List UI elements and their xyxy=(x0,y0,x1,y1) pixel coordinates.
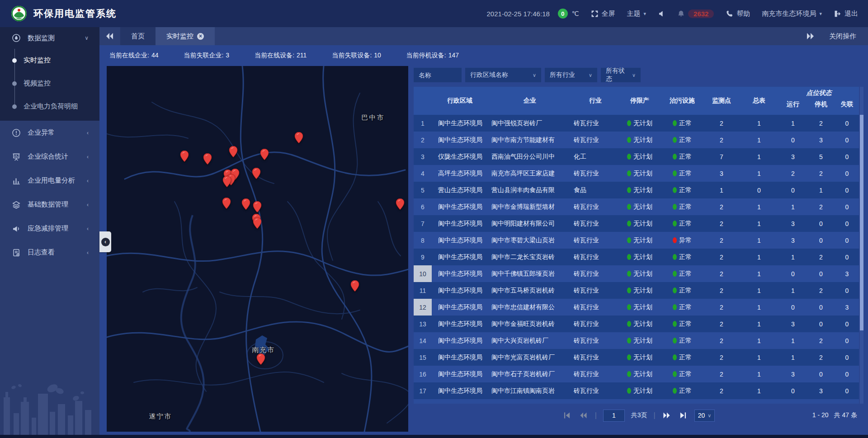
cell-monitor-points: 2 xyxy=(704,198,739,215)
sidebar-collapse-handle[interactable]: ‹ xyxy=(99,231,111,252)
cell-company: 阆中市南方节能建材有 xyxy=(488,132,572,148)
table-row[interactable]: 16阆中生态环境局阆中市石子页岩机砖厂砖瓦行业无计划正常21300 xyxy=(414,366,859,382)
table-row[interactable]: 17阆中生态环境局阆中市江南镇阆南页岩砖瓦行业无计划正常21030 xyxy=(414,382,859,399)
table-row[interactable]: 10阆中生态环境局阆中千佛镇五郎垭页岩砖瓦行业无计划正常21003 xyxy=(414,265,859,282)
next-page-button[interactable] xyxy=(662,411,672,419)
sidebar-item-data-monitoring[interactable]: 数据监测∨ xyxy=(0,27,99,49)
stat-value: 10 xyxy=(374,52,381,60)
table-row[interactable]: 11阆中生态环境局阆中市五马桥页岩机砖砖瓦行业无计划正常21120 xyxy=(414,282,859,299)
cell-running: 1 xyxy=(779,332,807,349)
sidebar: 数据监测∨实时监控视频监控企业电力负荷明细企业异常‹企业综合统计‹企业用电量分析… xyxy=(0,27,99,438)
map-pin-icon[interactable] xyxy=(203,153,212,165)
cell-monitor-points: 2 xyxy=(704,265,739,282)
map-pin-icon[interactable] xyxy=(253,217,261,229)
cell-total-meters: 1 xyxy=(739,382,779,399)
last-page-icon xyxy=(679,412,686,419)
chevron-left-icon: ‹ xyxy=(87,202,89,208)
map-pin-icon[interactable] xyxy=(252,168,260,179)
notifications-button[interactable]: 2632 xyxy=(677,9,714,18)
cell-stop-status: 无计划 xyxy=(619,115,660,132)
table-row[interactable]: 13阆中生态环境局阆中市金福旺页岩机砖砖瓦行业无计划正常21300 xyxy=(414,316,859,332)
help-button[interactable]: 帮助 xyxy=(726,9,750,18)
theme-dropdown[interactable]: 主题 ▾ xyxy=(627,9,646,18)
cell-offline: 0 xyxy=(835,332,859,349)
map-panel[interactable]: 巴中市南充市遂宁市 xyxy=(107,66,408,432)
industry-filter-select[interactable]: 所有行业 ∨ xyxy=(545,68,597,82)
sidebar-item[interactable]: 日志查看‹ xyxy=(0,240,99,264)
tab-realtime-monitor[interactable]: 实时监控 × xyxy=(156,27,215,45)
region-filter-select[interactable]: 行政区域名称 ∨ xyxy=(465,68,541,82)
page-number-input[interactable] xyxy=(603,410,625,422)
table-scrollbar[interactable] xyxy=(860,87,863,404)
cell-running: 3 xyxy=(779,232,807,249)
sidebar-item[interactable]: 企业异常‹ xyxy=(0,121,99,145)
cell-stopped: 1 xyxy=(807,182,835,198)
cell-total-meters: 1 xyxy=(739,316,779,332)
table-row[interactable]: 3仪陇生态环境局西南油气田分公司川中化工无计划正常71350 xyxy=(414,148,859,165)
table-row[interactable]: 9阆中生态环境局阆中市二龙长宝页岩砖砖瓦行业无计划正常21120 xyxy=(414,249,859,265)
table-row[interactable]: 14阆中生态环境局阆中大兴页岩机砖厂砖瓦行业无计划正常21120 xyxy=(414,332,859,349)
map-city-label: 遂宁市 xyxy=(149,412,172,421)
map-pin-icon[interactable] xyxy=(229,146,238,157)
table-row[interactable]: 15阆中生态环境局阆中市光富页岩机砖厂砖瓦行业无计划正常21120 xyxy=(414,349,859,366)
sound-toggle-button[interactable] xyxy=(658,10,665,18)
last-page-button[interactable] xyxy=(678,411,688,419)
table-row[interactable]: 1阆中生态环境局阆中强锐页岩砖厂砖瓦行业无计划正常21120 xyxy=(414,115,859,132)
cell-running: 3 xyxy=(779,366,807,382)
stop-status-text: 无计划 xyxy=(633,170,652,178)
map-pin-icon[interactable] xyxy=(260,149,269,160)
sidebar-subitem[interactable]: 实时监控 xyxy=(0,49,99,72)
prev-page-button[interactable] xyxy=(579,411,589,419)
status-dot-icon xyxy=(673,204,677,210)
map-pin-icon[interactable] xyxy=(180,151,189,162)
fullscreen-label: 全屏 xyxy=(602,9,615,18)
cell-region: 营山生态环境局 xyxy=(432,182,488,198)
sidebar-item[interactable]: 企业用电量分析‹ xyxy=(0,169,99,193)
map-pin-icon[interactable] xyxy=(223,176,231,187)
column-header: 治污设施 xyxy=(660,87,704,115)
map-pin-icon[interactable] xyxy=(253,201,261,212)
org-dropdown[interactable]: 南充市生态环境局 ▾ xyxy=(762,9,822,18)
first-page-button[interactable] xyxy=(562,411,572,419)
name-filter-input[interactable] xyxy=(414,68,462,82)
status-dot-icon xyxy=(673,321,677,327)
cell-index: 5 xyxy=(414,182,432,198)
cell-facility-status: 正常 xyxy=(660,332,704,349)
stats-icon xyxy=(12,152,21,161)
table-row[interactable]: 2阆中生态环境局阆中市南方节能建材有砖瓦行业无计划正常21030 xyxy=(414,132,859,148)
sidebar-item[interactable]: 企业综合统计‹ xyxy=(0,145,99,169)
table-row[interactable]: 6阆中生态环境局阆中市金博瑞新型墙材砖瓦行业无计划正常21120 xyxy=(414,198,859,215)
table-row[interactable]: 8阆中生态环境局阆中市枣碧大梁山页岩砖瓦行业无计划异常21300 xyxy=(414,232,859,249)
status-filter-select[interactable]: 所有状态 ∨ xyxy=(601,68,641,82)
table-row[interactable]: 12阆中生态环境局阆中市忠信建材有限公砖瓦行业无计划正常21003 xyxy=(414,299,859,316)
table-row[interactable]: 5营山生态环境局营山县润丰肉食品有限食品无计划正常10010 xyxy=(414,182,859,198)
map-pin-icon[interactable] xyxy=(396,198,404,210)
fullscreen-button[interactable]: 全屏 xyxy=(591,9,615,18)
close-operations-button[interactable]: 关闭操作 xyxy=(829,32,856,41)
table-row[interactable]: 7阆中生态环境局阆中明阳建材有限公司砖瓦行业无计划正常21300 xyxy=(414,215,859,232)
cell-stopped: 2 xyxy=(807,115,835,132)
table-row[interactable]: 4高坪生态环境局南充市高坪区王家店建砖瓦行业无计划正常31220 xyxy=(414,165,859,182)
sidebar-item[interactable]: 应急减排管理‹ xyxy=(0,217,99,240)
prev-page-icon xyxy=(580,412,587,419)
scrollbar-thumb[interactable] xyxy=(860,115,863,330)
sidebar-item[interactable]: 基础数据管理‹ xyxy=(0,193,99,217)
logout-label: 退出 xyxy=(844,9,858,18)
stop-status-text: 无计划 xyxy=(633,303,652,311)
map-pin-icon[interactable] xyxy=(222,198,231,209)
tabs-scroll-right-button[interactable] xyxy=(807,33,814,39)
sidebar-subitem[interactable]: 企业电力负荷明细 xyxy=(0,95,99,118)
map-pin-icon[interactable] xyxy=(294,132,303,143)
map-pin-icon[interactable] xyxy=(242,198,250,210)
cell-index: 3 xyxy=(414,148,432,165)
map-pin-icon[interactable] xyxy=(350,280,359,292)
tabs-scroll-left-button[interactable] xyxy=(99,27,120,45)
cell-company: 阆中市江南镇阆南页岩 xyxy=(488,382,572,399)
tab-close-icon[interactable]: × xyxy=(197,33,204,40)
logout-button[interactable]: 退出 xyxy=(834,9,858,18)
sidebar-subitem[interactable]: 视频监控 xyxy=(0,72,99,95)
map-pin-icon[interactable] xyxy=(256,353,265,365)
table-row[interactable]: 18南部生态环境局南部县砌华土陶有限公建材加工无计划正常50050 xyxy=(414,399,859,404)
tab-home[interactable]: 首页 xyxy=(120,27,156,45)
page-size-select[interactable]: 20 ∨ xyxy=(694,410,715,422)
